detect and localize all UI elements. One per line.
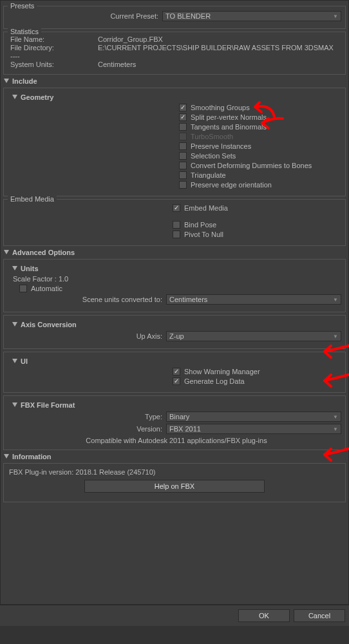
svg-marker-6 <box>12 402 17 407</box>
bind-pose-checkbox[interactable] <box>173 221 180 229</box>
split-normals-label: Split per-vertex Normals <box>191 113 267 121</box>
preserve-edge-checkbox[interactable] <box>179 181 187 189</box>
up-axis-label: Up Axis: <box>12 332 166 340</box>
show-warning-checkbox[interactable] <box>173 368 180 375</box>
advanced-header[interactable]: Advanced Options <box>3 249 346 256</box>
chevron-down-icon: ▼ <box>333 14 338 19</box>
smoothing-groups-checkbox[interactable] <box>179 104 187 111</box>
svg-marker-7 <box>4 454 9 459</box>
selection-sets-label: Selection Sets <box>191 152 236 160</box>
type-dropdown[interactable]: Binary ▼ <box>166 412 341 422</box>
collapse-arrow-icon <box>12 94 18 100</box>
scale-factor-text: Scale Factor : 1.0 <box>12 275 341 283</box>
type-value: Binary <box>169 413 189 421</box>
units-header[interactable]: Units <box>12 265 341 272</box>
smoothing-groups-label: Smoothing Groups <box>191 104 250 111</box>
svg-marker-0 <box>4 79 9 83</box>
fbx-format-header[interactable]: FBX File Format <box>12 401 341 409</box>
system-units-value: Centimeters <box>98 61 341 68</box>
preserve-instances-checkbox[interactable] <box>179 142 187 150</box>
system-units-label: System Units: <box>8 61 98 68</box>
cancel-button[interactable]: Cancel <box>294 609 345 622</box>
chevron-down-icon: ▼ <box>333 297 338 303</box>
ok-button[interactable]: OK <box>238 609 290 622</box>
embed-media-section: Embed Media Embed Media Bind Pose Pivot … <box>3 199 346 246</box>
file-dir-label: File Directory: <box>8 44 98 52</box>
geometry-header[interactable]: Geometry <box>12 93 341 101</box>
bind-pose-label: Bind Pose <box>184 221 216 229</box>
ui-section: UI Show Warning Manager Generate Log Dat… <box>3 352 346 393</box>
preserve-instances-label: Preserve Instances <box>191 142 251 150</box>
split-normals-checkbox[interactable] <box>179 113 187 121</box>
preserve-edge-label: Preserve edge orientation <box>191 181 272 189</box>
version-label: Version: <box>12 425 166 433</box>
collapse-arrow-icon <box>3 78 10 84</box>
chevron-down-icon: ▼ <box>333 334 338 339</box>
information-title: Information <box>12 453 52 460</box>
convert-dummies-checkbox[interactable] <box>179 162 187 169</box>
triangulate-checkbox[interactable] <box>179 171 187 179</box>
collapse-arrow-icon <box>3 249 10 256</box>
collapse-arrow-icon <box>3 453 10 460</box>
fbx-format-title: FBX File Format <box>21 401 75 409</box>
show-warning-label: Show Warning Manager <box>184 368 260 375</box>
generate-log-checkbox[interactable] <box>173 377 180 385</box>
axis-header[interactable]: Axis Conversion <box>12 321 341 328</box>
ui-title: UI <box>21 357 28 365</box>
chevron-down-icon: ▼ <box>333 426 338 432</box>
ui-header[interactable]: UI <box>12 357 341 365</box>
up-axis-value: Z-up <box>169 332 184 340</box>
separator: ---- <box>8 52 98 60</box>
tangents-checkbox[interactable] <box>179 123 187 131</box>
axis-section: Axis Conversion Up Axis: Z-up ▼ <box>3 315 346 349</box>
collapse-arrow-icon <box>12 402 18 408</box>
version-dropdown[interactable]: FBX 2011 ▼ <box>166 424 341 434</box>
information-section: FBX Plug-in version: 2018.1 Release (245… <box>3 463 346 502</box>
dialog-buttons: OK Cancel <box>0 605 349 626</box>
up-axis-dropdown[interactable]: Z-up ▼ <box>166 331 341 341</box>
scene-units-value: Centimeters <box>169 296 207 303</box>
collapse-arrow-icon <box>12 265 18 272</box>
svg-marker-4 <box>12 322 17 327</box>
plugin-version-text: FBX Plug-in version: 2018.1 Release (245… <box>8 468 341 476</box>
turbosmooth-checkbox <box>179 133 187 140</box>
embed-media-label: Embed Media <box>184 204 228 212</box>
pivot-to-null-checkbox[interactable] <box>173 231 180 238</box>
help-on-fbx-button[interactable]: Help on FBX <box>84 480 265 493</box>
triangulate-label: Triangulate <box>191 171 226 179</box>
type-label: Type: <box>12 413 166 421</box>
information-header[interactable]: Information <box>3 453 346 460</box>
convert-dummies-label: Convert Deforming Dummies to Bones <box>191 162 312 169</box>
embed-media-title: Embed Media <box>8 195 57 203</box>
statistics-section: Statistics File Name:Corridor_Group.FBX … <box>3 32 346 75</box>
units-title: Units <box>21 265 39 272</box>
statistics-title: Statistics <box>8 28 41 35</box>
current-preset-label: Current Preset: <box>8 12 162 20</box>
pivot-to-null-label: Pivot To Null <box>184 231 223 238</box>
units-section: Units Scale Factor : 1.0 Automatic Scene… <box>3 259 346 312</box>
presets-section: Presets Current Preset: TO BLENDER ▼ <box>3 6 346 29</box>
include-section: Geometry Smoothing Groups Split per-vert… <box>3 88 346 196</box>
fbx-format-section: FBX File Format Type: Binary ▼ Version: … <box>3 395 346 450</box>
selection-sets-checkbox[interactable] <box>179 152 187 160</box>
automatic-label: Automatic <box>31 285 62 292</box>
version-value: FBX 2011 <box>169 425 201 433</box>
include-header[interactable]: Include <box>3 77 346 85</box>
scene-units-dropdown[interactable]: Centimeters ▼ <box>166 294 341 305</box>
embed-media-checkbox[interactable] <box>173 204 180 212</box>
advanced-title: Advanced Options <box>12 249 75 256</box>
current-preset-value: TO BLENDER <box>165 12 211 20</box>
export-settings-panel: Presets Current Preset: TO BLENDER ▼ Sta… <box>0 0 349 605</box>
axis-title: Axis Conversion <box>21 321 77 328</box>
svg-marker-3 <box>12 266 17 270</box>
automatic-checkbox[interactable] <box>19 285 27 292</box>
geometry-title: Geometry <box>21 93 53 101</box>
svg-marker-1 <box>12 95 17 99</box>
chevron-down-icon: ▼ <box>333 414 338 420</box>
current-preset-dropdown[interactable]: TO BLENDER ▼ <box>162 11 341 21</box>
file-name-label: File Name: <box>8 35 98 43</box>
include-title: Include <box>12 77 37 85</box>
presets-title: Presets <box>8 2 37 10</box>
file-name-value: Corridor_Group.FBX <box>98 35 341 43</box>
collapse-arrow-icon <box>12 321 18 328</box>
